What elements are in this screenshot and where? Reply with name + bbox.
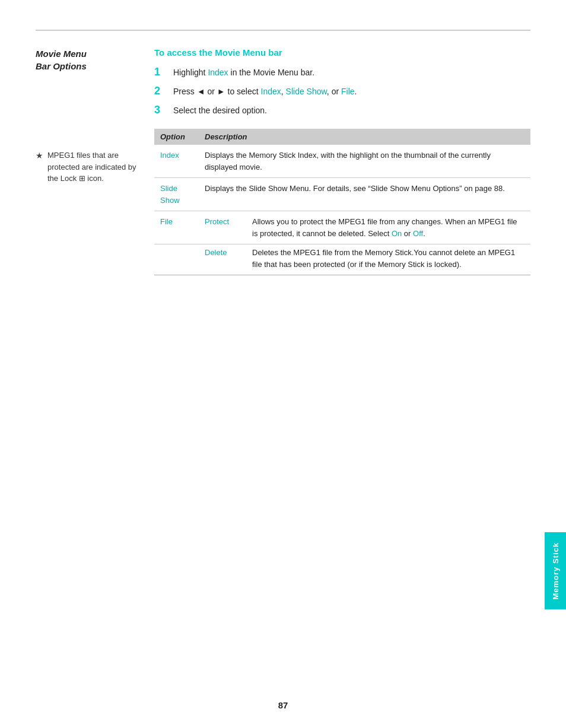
option-index: Index [154, 145, 199, 178]
off-link: Off [413, 229, 423, 238]
section-heading: To access the Movie Menu bar [154, 47, 530, 58]
step-number-3: 3 [154, 104, 167, 116]
page-number: 87 [0, 700, 566, 710]
steps-list: 1 Highlight Index in the Movie Menu bar.… [154, 66, 530, 117]
file-link: File [341, 87, 355, 96]
option-file-empty [154, 244, 199, 275]
tip-icon: ★ [36, 150, 45, 162]
index-link-2: Index [261, 87, 281, 96]
slideshow-link: Slide Show [286, 87, 327, 96]
table-row-slideshow: SlideShow Displays the Slide Show Menu. … [154, 178, 530, 211]
desc-delete: Deletes the MPEG1 file from the Memory S… [246, 244, 530, 275]
options-table: Option Description Index Displays the Me… [154, 129, 530, 275]
on-link: On [392, 229, 402, 238]
index-link-1: Index [208, 68, 228, 77]
table-row-file-delete: Delete Deletes the MPEG1 file from the M… [154, 244, 530, 275]
top-border [36, 30, 530, 31]
option-slideshow: SlideShow [154, 178, 199, 211]
option-file: File [154, 211, 199, 244]
content-area: Movie Menu Bar Options ★ MPEG1 files tha… [36, 42, 530, 275]
step-text-1: Highlight Index in the Movie Menu bar. [173, 66, 314, 79]
sidebar-note-text: MPEG1 files that are protected are indic… [47, 150, 142, 185]
step-3: 3 Select the desired option. [154, 104, 530, 117]
sidebar-note: ★ MPEG1 files that are protected are ind… [36, 150, 142, 185]
step-text-2: Press ◄ or ► to select Index, Slide Show… [173, 85, 357, 98]
desc-protect: Allows you to protect the MPEG1 file fro… [246, 211, 530, 244]
table-row-file-protect: File Protect Allows you to protect the M… [154, 211, 530, 244]
step-number-1: 1 [154, 66, 167, 78]
section-title: Movie Menu Bar Options [36, 47, 142, 72]
step-2: 2 Press ◄ or ► to select Index, Slide Sh… [154, 85, 530, 98]
table-header-row: Option Description [154, 129, 530, 145]
step-1: 1 Highlight Index in the Movie Menu bar. [154, 66, 530, 79]
main-content: To access the Movie Menu bar 1 Highlight… [154, 47, 530, 275]
sub-option-delete: Delete [199, 244, 246, 275]
page-container: Movie Menu Bar Options ★ MPEG1 files tha… [0, 0, 566, 728]
option-header: Option [154, 129, 199, 145]
side-tab-label: Memory Stick [551, 542, 560, 600]
table-row-index: Index Displays the Memory Stick Index, w… [154, 145, 530, 178]
desc-index: Displays the Memory Stick Index, with th… [199, 145, 530, 178]
memory-stick-tab: Memory Stick [545, 532, 566, 609]
sub-option-protect: Protect [199, 211, 246, 244]
step-number-2: 2 [154, 85, 167, 97]
description-header: Description [199, 129, 530, 145]
step-text-3: Select the desired option. [173, 104, 267, 117]
left-sidebar: Movie Menu Bar Options ★ MPEG1 files tha… [36, 47, 154, 275]
desc-slideshow: Displays the Slide Show Menu. For detail… [199, 178, 530, 211]
